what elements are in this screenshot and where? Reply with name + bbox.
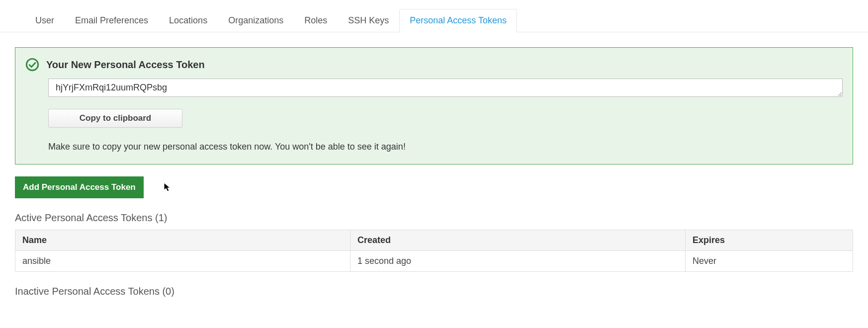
tab-user[interactable]: User [25, 9, 65, 32]
cell-created: 1 second ago [350, 251, 686, 272]
tab-personal-access-tokens[interactable]: Personal Access Tokens [399, 9, 517, 32]
svg-point-0 [26, 59, 38, 70]
table-row: ansible 1 second ago Never [15, 251, 853, 272]
cell-expires: Never [686, 251, 853, 272]
alert-title: Your New Personal Access Token [46, 59, 205, 71]
active-tokens-heading: Active Personal Access Tokens (1) [15, 212, 853, 224]
token-value-box[interactable] [48, 79, 843, 97]
tab-ssh-keys[interactable]: SSH Keys [338, 9, 399, 32]
copy-to-clipboard-button[interactable]: Copy to clipboard [48, 109, 182, 128]
success-check-icon [25, 58, 39, 72]
col-created[interactable]: Created [350, 230, 686, 251]
add-personal-access-token-button[interactable]: Add Personal Access Token [15, 176, 144, 198]
tab-roles[interactable]: Roles [294, 9, 338, 32]
mouse-cursor-icon [164, 182, 172, 192]
tab-email-preferences[interactable]: Email Preferences [65, 9, 159, 32]
inactive-tokens-heading: Inactive Personal Access Tokens (0) [15, 286, 853, 297]
cell-name: ansible [15, 251, 350, 272]
col-name[interactable]: Name [15, 230, 350, 251]
col-expires[interactable]: Expires [686, 230, 853, 251]
active-tokens-table: Name Created Expires ansible 1 second ag… [15, 230, 853, 272]
alert-note: Make sure to copy your new personal acce… [48, 142, 843, 152]
tabs-bar: User Email Preferences Locations Organiz… [0, 9, 868, 32]
tab-locations[interactable]: Locations [159, 9, 218, 32]
tab-organizations[interactable]: Organizations [218, 9, 294, 32]
new-token-alert: Your New Personal Access Token Copy to c… [15, 47, 853, 164]
